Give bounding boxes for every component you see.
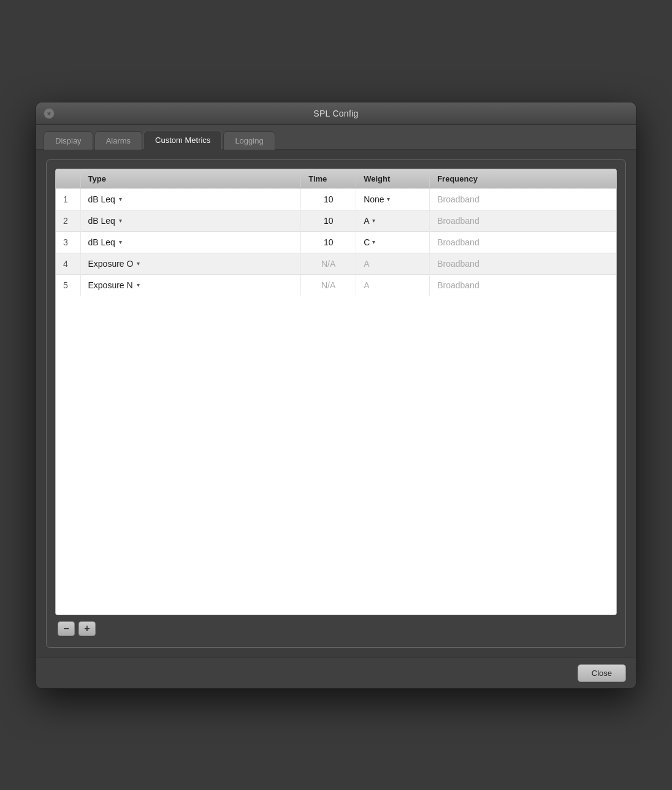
metrics-table: Type Time Weight Frequency 1 dB L <box>56 169 616 296</box>
row-1-type: dB Leq ▾ <box>80 188 301 210</box>
row-4-type: Exposure O ▾ <box>80 253 301 274</box>
row-5-time: N/A <box>301 274 356 296</box>
close-button[interactable]: Close <box>578 664 626 682</box>
window-title: SPL Config <box>313 109 358 118</box>
row-5-weight: A <box>356 274 430 296</box>
window-close-button[interactable]: × <box>44 108 55 119</box>
table-row: 2 dB Leq ▾ 10 A ▾ <box>56 210 616 231</box>
tab-custom-metrics[interactable]: Custom Metrics <box>143 131 222 150</box>
row-3-type-dropdown[interactable]: ▾ <box>119 239 122 245</box>
row-3-weight: C ▾ <box>356 231 430 253</box>
tab-bar: Display Alarms Custom Metrics Logging <box>36 125 636 150</box>
row-1-time: 10 <box>301 188 356 210</box>
row-3-weight-dropdown[interactable]: ▾ <box>372 239 375 245</box>
col-header-time: Time <box>301 169 356 189</box>
row-2-type-dropdown[interactable]: ▾ <box>119 217 122 224</box>
row-1-type-dropdown[interactable]: ▾ <box>119 196 122 202</box>
col-header-type: Type <box>80 169 301 189</box>
row-2-num: 2 <box>56 210 80 231</box>
row-4-frequency: Broadband <box>430 253 616 274</box>
col-header-weight: Weight <box>356 169 430 189</box>
row-4-time: N/A <box>301 253 356 274</box>
row-3-frequency: Broadband <box>430 231 616 253</box>
row-1-weight-dropdown[interactable]: ▾ <box>387 196 390 202</box>
row-2-frequency: Broadband <box>430 210 616 231</box>
row-1-weight: None ▾ <box>356 188 430 210</box>
row-3-time: 10 <box>301 231 356 253</box>
row-2-weight-dropdown[interactable]: ▾ <box>372 217 375 224</box>
add-row-button[interactable]: + <box>78 621 96 636</box>
tab-display[interactable]: Display <box>44 131 93 150</box>
row-5-type-dropdown[interactable]: ▾ <box>137 282 140 288</box>
inner-panel: Type Time Weight Frequency 1 dB L <box>46 159 626 648</box>
row-2-weight: A ▾ <box>356 210 430 231</box>
tab-alarms[interactable]: Alarms <box>94 131 142 150</box>
row-1-num: 1 <box>56 188 80 210</box>
table-row: 3 dB Leq ▾ 10 C ▾ <box>56 231 616 253</box>
row-5-type: Exposure N ▾ <box>80 274 301 296</box>
table-row: 5 Exposure N ▾ N/A A <box>56 274 616 296</box>
row-5-num: 5 <box>56 274 80 296</box>
table-empty-area <box>56 296 616 615</box>
metrics-table-container: Type Time Weight Frequency 1 dB L <box>55 169 617 615</box>
row-4-weight: A <box>356 253 430 274</box>
row-5-frequency: Broadband <box>430 274 616 296</box>
tab-logging[interactable]: Logging <box>223 131 275 150</box>
content-area: Type Time Weight Frequency 1 dB L <box>36 150 636 658</box>
row-4-type-dropdown[interactable]: ▾ <box>137 260 140 267</box>
titlebar: × SPL Config <box>36 102 636 125</box>
col-header-frequency: Frequency <box>430 169 616 189</box>
row-2-type: dB Leq ▾ <box>80 210 301 231</box>
row-1-frequency: Broadband <box>430 188 616 210</box>
row-2-time: 10 <box>301 210 356 231</box>
table-row: 4 Exposure O ▾ N/A A <box>56 253 616 274</box>
footer: Close <box>36 658 636 688</box>
bottom-bar: − + <box>55 615 617 639</box>
row-3-type: dB Leq ▾ <box>80 231 301 253</box>
row-3-num: 3 <box>56 231 80 253</box>
table-header-row: Type Time Weight Frequency <box>56 169 616 189</box>
remove-row-button[interactable]: − <box>58 621 75 636</box>
table-row: 1 dB Leq ▾ 10 None <box>56 188 616 210</box>
row-4-num: 4 <box>56 253 80 274</box>
main-window: × SPL Config Display Alarms Custom Metri… <box>36 102 636 689</box>
col-header-num <box>56 169 80 189</box>
